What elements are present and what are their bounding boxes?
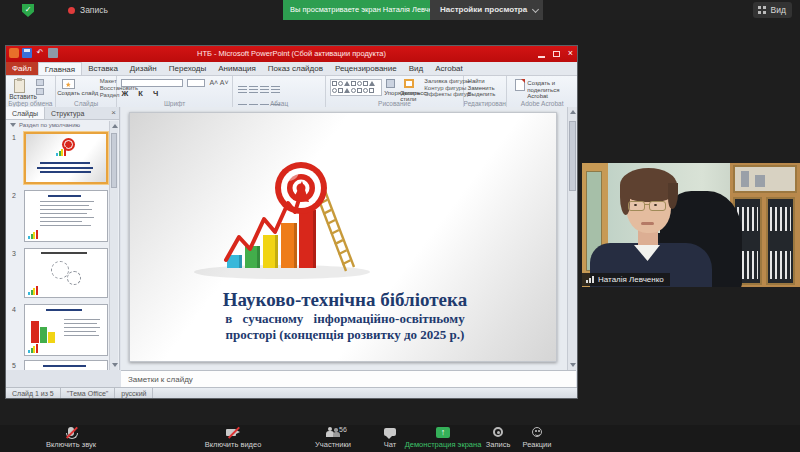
thumb-number: 1	[12, 134, 16, 141]
window-title: НТБ - Microsoft PowerPoint (Сбой активац…	[86, 46, 497, 62]
thumbnail-row-3[interactable]: 3	[6, 248, 120, 302]
slide-editing-area[interactable]: Науково-технічна бібліотека в сучасному …	[121, 107, 567, 370]
reactions-button[interactable]: Реакции	[516, 426, 558, 449]
share-screen-button[interactable]: ↑ Демонстрация экрана	[398, 426, 488, 449]
thumbnail-row-2[interactable]: 2	[6, 190, 120, 246]
scroll-down-icon[interactable]	[112, 363, 118, 367]
group-clipboard: Вставить Буфер обмена	[6, 76, 56, 107]
panel-tab-slides[interactable]: Слайды	[6, 107, 45, 119]
thumbnail-row-4[interactable]: 4	[6, 304, 120, 360]
slide-thumbnail-1[interactable]	[24, 132, 108, 184]
powerpoint-logo-icon[interactable]	[9, 48, 19, 58]
zoom-meeting-screen: ✓ Запись Вы просматриваете экран Наталія…	[0, 0, 800, 452]
editing-buttons[interactable]: Найти Заменить Выделить	[468, 78, 496, 98]
status-slide-info: Слайд 1 из 5	[6, 388, 61, 398]
panel-scroll-thumb[interactable]	[111, 133, 117, 188]
webcam-video-tile[interactable]: Наталія Левченко	[582, 163, 800, 287]
tab-animations[interactable]: Анимация	[212, 62, 262, 75]
slide-thumbnail-5[interactable]	[24, 360, 108, 370]
audio-level-icon	[586, 276, 595, 283]
font-name-box[interactable]	[121, 79, 183, 87]
encryption-shield-icon[interactable]: ✓	[22, 4, 34, 17]
arrange-icon[interactable]	[386, 79, 395, 88]
slide-scroll-thumb[interactable]	[569, 121, 576, 191]
tab-review[interactable]: Рецензирование	[329, 62, 403, 75]
thumb-number: 3	[12, 250, 16, 257]
share-screen-icon: ↑	[436, 427, 450, 438]
unmute-button[interactable]: Включить звук	[18, 426, 124, 449]
slide-title-block[interactable]: Науково-технічна бібліотека в сучасному …	[140, 289, 550, 343]
mouth	[641, 222, 654, 225]
grow-shrink-font-buttons[interactable]: A˄ A˅	[209, 79, 228, 86]
paste-icon[interactable]	[14, 79, 25, 93]
panel-tabs: Слайды Структура ×	[6, 107, 119, 120]
panel-close-icon[interactable]: ×	[111, 108, 116, 117]
status-language[interactable]: русский	[115, 388, 153, 398]
eye	[654, 204, 657, 206]
restore-button[interactable]	[553, 51, 560, 57]
font-size-box[interactable]	[187, 79, 205, 87]
scroll-up-icon[interactable]	[112, 124, 118, 128]
ribbon-tabs: Файл Главная Вставка Дизайн Переходы Ани…	[6, 62, 577, 76]
view-layout-button[interactable]: Вид	[753, 2, 792, 18]
mini-bars	[28, 344, 38, 353]
cut-copy-buttons[interactable]	[36, 79, 44, 95]
minimize-button[interactable]	[538, 56, 545, 58]
view-layout-label: Вид	[771, 5, 786, 15]
view-options-button[interactable]: Настройки просмотра	[430, 0, 543, 20]
zoom-bottom-toolbar: Включить звук Включить видео 56 Участник…	[0, 425, 800, 452]
mini-bars	[56, 147, 66, 156]
participants-button[interactable]: 56 Участники	[295, 426, 371, 449]
record-button[interactable]: Запись	[478, 426, 518, 449]
scroll-down-icon[interactable]	[570, 363, 576, 367]
ppt-titlebar[interactable]: ↶ НТБ - Microsoft PowerPoint (Сбой актив…	[6, 46, 577, 62]
acrobat-icon[interactable]	[515, 79, 525, 91]
paste-label[interactable]: Вставить	[6, 93, 40, 100]
section-header[interactable]: Раздел по умолчанию	[10, 122, 80, 128]
tab-view[interactable]: Вид	[403, 62, 429, 75]
notes-pane[interactable]: Заметки к слайду	[121, 370, 576, 387]
save-icon[interactable]	[22, 48, 32, 58]
panel-tab-outline[interactable]: Структура	[45, 107, 90, 119]
thumbnail-row-1[interactable]: 1	[6, 132, 120, 188]
new-slide-label[interactable]: Создать слайд	[56, 90, 100, 96]
slide-thumbnail-2[interactable]	[24, 190, 108, 242]
shapes-gallery[interactable]	[330, 79, 382, 96]
new-slide-icon[interactable]	[62, 79, 75, 89]
slide-title-line3: просторі (концепція розвитку до 2025 р.)	[140, 327, 550, 343]
acrobat-label[interactable]: Создать и поделиться Acrobat	[527, 80, 575, 100]
slide-thumbnail-3[interactable]	[24, 248, 108, 298]
undo-icon[interactable]: ↶	[35, 48, 45, 58]
drawing-group-label: Рисование	[326, 100, 462, 107]
slide-scrollbar[interactable]	[567, 107, 577, 370]
start-video-button[interactable]: Включить видео	[180, 426, 286, 449]
tab-insert[interactable]: Вставка	[82, 62, 124, 75]
record-icon	[493, 427, 503, 437]
slide-thumbnail-4[interactable]	[24, 304, 108, 356]
slide-title-line2: в сучасному інформаційно-освітньому	[140, 311, 550, 327]
bold-italic-underline-buttons[interactable]: Ж К Ч	[121, 89, 162, 98]
print-icon[interactable]	[48, 48, 58, 58]
current-slide[interactable]: Науково-технічна бібліотека в сучасному …	[129, 112, 557, 362]
close-button[interactable]: ×	[568, 49, 573, 58]
participant-name: Наталія Левченко	[598, 275, 664, 284]
tab-slideshow[interactable]: Показ слайдов	[262, 62, 329, 75]
powerpoint-window: ↶ НТБ - Microsoft PowerPoint (Сбой актив…	[5, 45, 578, 399]
reactions-icon	[532, 427, 542, 437]
group-paragraph: Абзац	[233, 76, 327, 107]
tab-file[interactable]: Файл	[6, 62, 38, 75]
tab-design[interactable]: Дизайн	[124, 62, 163, 75]
mini-bars	[28, 230, 38, 239]
group-drawing: Упорядочить Экспресс-стили Заливка фигур…	[326, 76, 463, 107]
tab-home[interactable]: Главная	[38, 62, 82, 75]
slide-title-line1: Науково-технічна бібліотека	[140, 289, 550, 311]
section-collapse-icon	[10, 123, 16, 127]
scroll-up-icon[interactable]	[570, 110, 576, 114]
tab-transitions[interactable]: Переходы	[163, 62, 213, 75]
quick-styles-icon[interactable]	[404, 79, 414, 88]
group-font: A˄ A˅ Ж К Ч Шрифт	[117, 76, 232, 107]
chevron-down-icon	[532, 6, 539, 13]
tab-acrobat[interactable]: Acrobat	[429, 62, 469, 75]
panel-scrollbar[interactable]	[109, 121, 118, 370]
thumbnail-row-5[interactable]: 5	[6, 360, 120, 370]
